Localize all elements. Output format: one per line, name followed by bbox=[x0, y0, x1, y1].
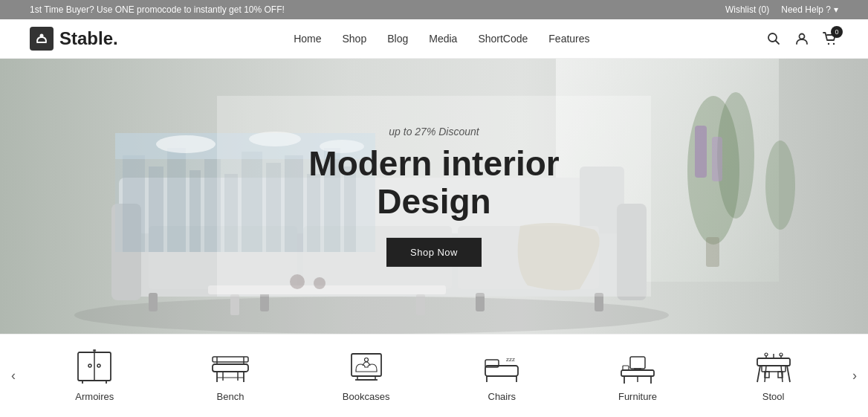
stool-icon bbox=[750, 349, 797, 385]
header: Stable. Home Shop Blog Media ShortCode F… bbox=[0, 19, 868, 59]
nav-features[interactable]: Features bbox=[548, 33, 589, 45]
bookcase-icon bbox=[343, 349, 390, 385]
svg-point-0 bbox=[40, 34, 44, 38]
next-arrow[interactable]: › bbox=[841, 363, 868, 389]
svg-rect-63 bbox=[352, 354, 381, 376]
category-items: Armoires Bench bbox=[27, 349, 841, 402]
chairs-label: Chairs bbox=[488, 391, 516, 402]
cart-badge: 0 bbox=[831, 26, 843, 38]
svg-text:zzz: zzz bbox=[506, 356, 515, 363]
stool-label: Stool bbox=[762, 391, 785, 402]
svg-line-3 bbox=[776, 41, 780, 45]
shop-now-button[interactable]: Shop Now bbox=[386, 238, 482, 267]
armoire-icon bbox=[71, 349, 118, 385]
svg-point-51 bbox=[97, 364, 100, 367]
prev-arrow[interactable]: ‹ bbox=[0, 363, 27, 389]
furniture-icon bbox=[614, 349, 661, 385]
svg-rect-1 bbox=[36, 42, 47, 43]
bench-icon bbox=[207, 349, 254, 385]
svg-line-86 bbox=[757, 366, 760, 382]
category-armoires[interactable]: Armoires bbox=[56, 349, 133, 402]
svg-point-66 bbox=[364, 358, 368, 362]
cart-icon[interactable]: 0 bbox=[822, 30, 838, 47]
svg-rect-72 bbox=[621, 370, 654, 376]
main-nav: Home Shop Blog Media ShortCode Features bbox=[294, 33, 589, 45]
hero-content: up to 27% Discount Modern interior Desig… bbox=[217, 96, 651, 297]
svg-rect-82 bbox=[757, 358, 790, 366]
svg-point-5 bbox=[828, 43, 829, 45]
nav-media[interactable]: Media bbox=[429, 33, 457, 45]
category-stool[interactable]: Stool bbox=[735, 349, 812, 402]
category-chairs[interactable]: zzz Chairs bbox=[463, 349, 540, 402]
logo-icon bbox=[30, 27, 54, 51]
hero-subtitle: up to 27% Discount bbox=[276, 126, 592, 138]
svg-point-6 bbox=[833, 43, 835, 45]
svg-rect-76 bbox=[630, 357, 645, 369]
bench-label: Bench bbox=[217, 391, 244, 402]
chair-icon: zzz bbox=[478, 349, 525, 385]
nav-shop[interactable]: Shop bbox=[343, 33, 367, 45]
svg-point-4 bbox=[800, 34, 805, 39]
search-icon[interactable] bbox=[765, 30, 782, 47]
logo-text: Stable. bbox=[59, 28, 118, 49]
category-strip: ‹ Armoires bbox=[0, 334, 868, 417]
nav-shortcode[interactable]: ShortCode bbox=[478, 33, 528, 45]
logo[interactable]: Stable. bbox=[30, 27, 118, 51]
hero-section: up to 27% Discount Modern interior Desig… bbox=[0, 59, 868, 334]
bookcases-label: Bookcases bbox=[343, 391, 390, 402]
svg-rect-60 bbox=[213, 357, 248, 362]
category-furniture[interactable]: Furniture bbox=[599, 349, 676, 402]
nav-blog[interactable]: Blog bbox=[387, 33, 408, 45]
category-bookcases[interactable]: Bookcases bbox=[328, 349, 405, 402]
promo-text: 1st Time Buyer? Use ONE promocode to ins… bbox=[30, 4, 285, 15]
top-bar: 1st Time Buyer? Use ONE promocode to ins… bbox=[0, 0, 868, 19]
svg-line-89 bbox=[781, 366, 783, 382]
hero-title: Modern interior Design bbox=[276, 145, 592, 220]
svg-rect-54 bbox=[213, 364, 248, 372]
nav-home[interactable]: Home bbox=[294, 33, 321, 45]
svg-line-88 bbox=[765, 366, 766, 382]
category-bench[interactable]: Bench bbox=[192, 349, 269, 402]
chevron-icon: ▾ bbox=[834, 4, 838, 15]
armoires-label: Armoires bbox=[75, 391, 114, 402]
need-help-link[interactable]: Need Help ? ▾ bbox=[781, 4, 838, 15]
svg-line-87 bbox=[787, 366, 790, 382]
user-icon[interactable] bbox=[794, 30, 810, 47]
svg-point-50 bbox=[88, 364, 91, 367]
furniture-label: Furniture bbox=[618, 391, 657, 402]
header-icons: 0 bbox=[765, 30, 838, 47]
top-bar-right: Wishlist (0) Need Help ? ▾ bbox=[725, 4, 838, 15]
wishlist-link[interactable]: Wishlist (0) bbox=[725, 4, 769, 15]
